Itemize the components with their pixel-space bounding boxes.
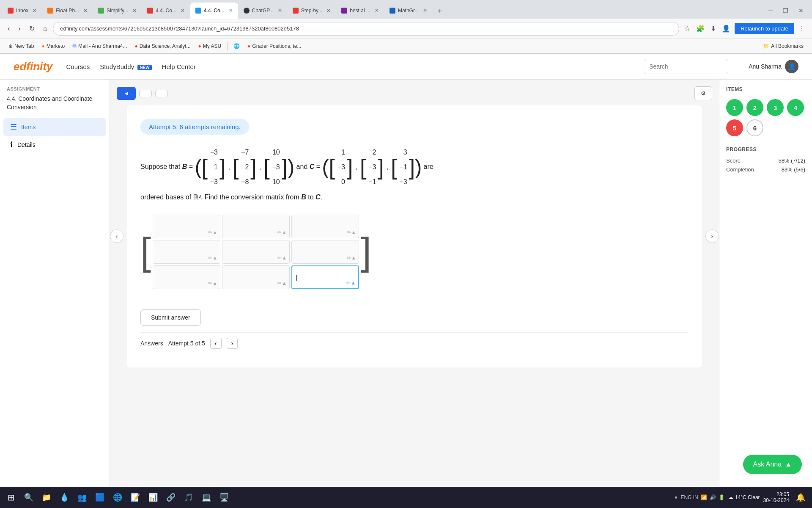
bookmark-grader[interactable]: ● Grader Positions, te...	[244, 42, 304, 50]
relaunch-button[interactable]: Relaunch to update	[735, 23, 794, 34]
taskbar-app4-button[interactable]: 💻	[198, 490, 214, 505]
edit-icon-0-2[interactable]: ✏▲	[347, 229, 356, 235]
menu-button[interactable]: ⋮	[797, 23, 807, 34]
tab-close-44c2[interactable]: ✕	[229, 8, 233, 14]
edit-icon-1-1[interactable]: ✏▲	[277, 255, 287, 261]
tab-bestai[interactable]: best ai ... ✕	[336, 3, 384, 19]
maximize-button[interactable]: ❐	[780, 6, 791, 16]
taskbar-app2-button[interactable]: 🔗	[163, 490, 179, 505]
tab-close-44c1[interactable]: ✕	[181, 8, 185, 14]
tab-close-stepby[interactable]: ✕	[326, 8, 331, 14]
matrix-cell-0-1[interactable]: ✏▲	[222, 215, 290, 238]
taskbar-app1-button[interactable]: 🟦	[92, 490, 108, 505]
save-button[interactable]	[139, 90, 152, 97]
bookmark-star-button[interactable]: ☆	[683, 23, 692, 34]
item-bubble-5[interactable]: 5	[726, 119, 743, 136]
address-input[interactable]	[53, 22, 679, 36]
tab-44c1[interactable]: 4.4. Co... ✕	[142, 3, 190, 19]
all-bookmarks[interactable]: 📁 All Bookmarks	[760, 42, 807, 50]
extensions-button[interactable]: 🧩	[694, 23, 706, 34]
tab-close-mathgr[interactable]: ✕	[423, 8, 427, 14]
taskbar-word-button[interactable]: 📝	[127, 490, 143, 505]
taskbar-chrome-button[interactable]: 🌐	[110, 490, 126, 505]
tab-chatgpt[interactable]: ChatGP... ✕	[239, 3, 287, 19]
minimize-button[interactable]: ─	[766, 6, 775, 16]
taskbar-teams-button[interactable]: 👥	[74, 490, 90, 505]
submit-answer-button[interactable]: Submit answer	[140, 309, 201, 326]
taskbar-files-button[interactable]: 📁	[38, 490, 55, 505]
home-button[interactable]: ⌂	[41, 23, 50, 34]
ask-anna-button[interactable]: Ask Anna ▲	[743, 455, 802, 474]
answers-next-button[interactable]: ›	[227, 338, 238, 349]
edit-icon-2-2[interactable]: ✏▲	[346, 280, 356, 286]
tab-close-chatgpt[interactable]: ✕	[278, 8, 282, 14]
nav-user[interactable]: Anu Sharma 👤	[749, 60, 798, 73]
taskbar-chevron[interactable]: ∧	[674, 494, 678, 500]
tab-close-bestai[interactable]: ✕	[375, 8, 379, 14]
sidebar-item-items[interactable]: ☰ Items	[3, 118, 106, 136]
B-col2-lb: [	[233, 156, 239, 178]
matrix-cell-2-2[interactable]: ✏▲	[291, 265, 359, 289]
item-bubble-4[interactable]: 4	[787, 99, 804, 116]
tab-simplify[interactable]: Simplify... ✕	[93, 3, 142, 19]
notes-button[interactable]	[155, 90, 168, 97]
prev-item-button[interactable]: ◄	[117, 87, 136, 100]
matrix-cell-2-0[interactable]: ✏▲	[153, 265, 220, 289]
back-button[interactable]: ‹	[5, 23, 12, 34]
matrix-cell-1-0[interactable]: ✏▲	[153, 240, 220, 264]
start-button[interactable]: ⊞	[3, 490, 19, 505]
item-bubble-6[interactable]: 6	[746, 119, 763, 136]
bookmark-globe[interactable]: 🌐	[230, 42, 243, 50]
taskbar-app5-button[interactable]: 🖥️	[216, 490, 232, 505]
nav-courses[interactable]: Courses	[66, 63, 90, 70]
edit-icon-0-1[interactable]: ✏▲	[277, 229, 287, 235]
forward-button[interactable]: ›	[16, 23, 23, 34]
tab-close-float[interactable]: ✕	[83, 8, 88, 14]
nav-arrow-left[interactable]: ‹	[110, 229, 123, 243]
nav-arrow-right[interactable]: ›	[705, 229, 719, 243]
bookmark-marketo[interactable]: ● Marketo	[38, 42, 68, 50]
taskbar-excel-button[interactable]: 📊	[145, 490, 161, 505]
item-bubble-2[interactable]: 2	[746, 99, 763, 116]
nav-helpcenter[interactable]: Help Center	[162, 63, 196, 70]
item-bubble-1[interactable]: 1	[726, 99, 743, 116]
edit-icon-2-1[interactable]: ✏▲	[277, 280, 287, 286]
matrix-cell-0-2[interactable]: ✏▲	[291, 215, 359, 238]
tab-stepby[interactable]: Step-by... ✕	[288, 3, 336, 19]
tab-close-inbox[interactable]: ✕	[33, 8, 37, 14]
tab-44c2[interactable]: 4.4. Co... ✕	[190, 3, 238, 19]
tab-mathgr[interactable]: MathGr... ✕	[384, 3, 432, 19]
taskbar-app3-button[interactable]: 🎵	[181, 490, 197, 505]
taskbar-dropbox-button[interactable]: 💧	[56, 490, 72, 505]
matrix-cell-0-0[interactable]: ✏▲	[153, 215, 220, 238]
tab-float[interactable]: Float Ph... ✕	[42, 3, 93, 19]
bookmark-newtab[interactable]: ⊕ New Tab	[5, 42, 37, 50]
edit-icon-1-2[interactable]: ✏▲	[347, 255, 356, 261]
sidebar-item-details[interactable]: ℹ Details	[3, 136, 106, 154]
answers-prev-button[interactable]: ‹	[210, 338, 222, 349]
taskbar-notification-button[interactable]: 🔔	[793, 490, 809, 505]
reload-button[interactable]: ↻	[27, 23, 37, 34]
globe-icon: 🌐	[233, 43, 240, 49]
profile-button[interactable]: 👤	[720, 23, 732, 34]
tab-inbox[interactable]: Inbox ✕	[3, 3, 42, 19]
nav-studybuddy[interactable]: StudyBuddy NEW	[100, 63, 151, 70]
search-taskbar-button[interactable]: 🔍	[21, 490, 37, 505]
matrix-cell-1-2[interactable]: ✏▲	[291, 240, 359, 264]
details-icon: ℹ	[10, 140, 13, 149]
settings-button[interactable]: ⚙	[694, 86, 712, 100]
new-tab-button[interactable]: ＋	[433, 3, 447, 19]
matrix-cell-2-1[interactable]: ✏▲	[222, 265, 290, 289]
edit-icon-1-0[interactable]: ✏▲	[208, 255, 217, 261]
close-button[interactable]: ✕	[796, 6, 806, 16]
download-button[interactable]: ⬇	[709, 23, 718, 34]
bookmark-datascience[interactable]: ● Data Science, Analyt...	[131, 42, 194, 50]
edit-icon-2-0[interactable]: ✏▲	[208, 280, 217, 286]
item-bubble-3[interactable]: 3	[767, 99, 784, 116]
search-input[interactable]	[644, 59, 728, 74]
tab-close-simplify[interactable]: ✕	[132, 8, 137, 14]
bookmark-mail[interactable]: ✉ Mail - Anu Sharma4...	[69, 42, 130, 50]
bookmark-myasu[interactable]: ● My ASU	[195, 42, 225, 50]
matrix-cell-1-1[interactable]: ✏▲	[222, 240, 290, 264]
edit-icon-0-0[interactable]: ✏▲	[208, 229, 217, 235]
